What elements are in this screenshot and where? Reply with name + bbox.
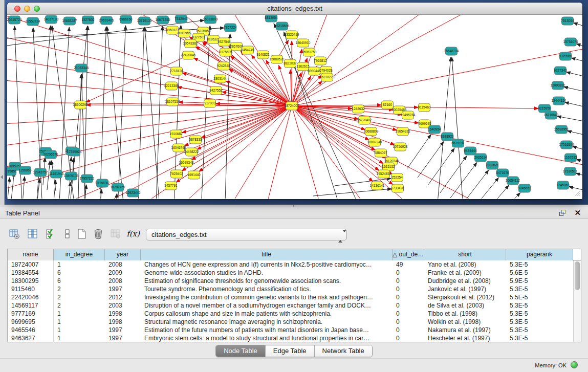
graph-node-yellow[interactable]: 9242848 (217, 62, 230, 70)
graph-edge[interactable] (68, 182, 71, 199)
tab-edge-table[interactable]: Edge Table (266, 345, 315, 357)
column-header-year[interactable]: year (105, 249, 141, 260)
graph-edge[interactable] (292, 105, 381, 106)
scrollbar-thumb[interactable] (575, 261, 580, 290)
graph-node-yellow[interactable]: 16961758 (302, 48, 317, 56)
table-row[interactable]: 969969511998Structural magnetic resonanc… (8, 318, 581, 326)
graph-node-teal[interactable]: 16648784 (444, 47, 459, 55)
graph-node-teal[interactable]: 1167533 (564, 154, 577, 162)
graph-node-yellow[interactable]: 18724007 (285, 102, 299, 110)
delete-column-button[interactable] (91, 227, 105, 241)
graph-edge[interactable] (145, 27, 161, 199)
graph-node-teal[interactable]: 8813054 (265, 15, 278, 22)
table-row[interactable]: 911546021997Tourette syndrome. Phenomeno… (8, 285, 581, 293)
graph-node-teal[interactable]: 12093832 (551, 81, 565, 90)
table-row[interactable]: 946554611997Estimation of the future num… (8, 326, 581, 334)
graph-node-teal[interactable]: 19218596 (275, 22, 290, 30)
graph-node-yellow[interactable]: 2718120 (170, 67, 183, 75)
graph-edge[interactable] (450, 163, 477, 198)
table-row[interactable]: 946362711997Embryonic stem cells: a mode… (8, 334, 581, 342)
column-header-short[interactable]: short (424, 249, 506, 260)
graph-edge[interactable] (568, 131, 582, 139)
graph-node-teal[interactable]: 6679197 (451, 139, 465, 147)
graph-node-yellow[interactable]: 7955812 (314, 57, 327, 65)
graph-edge[interactable] (222, 106, 292, 199)
graph-node-yellow[interactable]: 9327548 (217, 38, 231, 46)
graph-node-yellow[interactable]: 18640910 (296, 39, 311, 47)
graph-edge[interactable] (472, 178, 498, 199)
graph-edge[interactable] (407, 135, 431, 168)
graph-node-teal[interactable]: 15692951 (554, 125, 569, 134)
graph-node-yellow[interactable]: 19495764 (401, 111, 416, 119)
graph-node-teal[interactable]: 2935114 (474, 154, 487, 162)
graph-node-yellow[interactable]: 15688520 (270, 55, 285, 63)
tab-network-table[interactable]: Network Table (315, 345, 372, 357)
graph-node-yellow[interactable]: 8912955 (178, 29, 191, 37)
graph-edge[interactable] (70, 157, 71, 185)
graph-node-teal[interactable]: 17359924 (67, 148, 82, 156)
graph-node-yellow[interactable]: 8427552 (209, 86, 223, 95)
graph-edge[interactable] (274, 24, 365, 199)
graph-edge[interactable] (292, 15, 335, 106)
graph-node-teal[interactable]: 9329966 (559, 52, 572, 60)
graph-node-teal[interactable]: 21053346 (74, 64, 89, 72)
graph-edge[interactable] (23, 177, 25, 199)
graph-edge[interactable] (567, 72, 582, 80)
row-height-button[interactable] (60, 227, 75, 241)
graph-node-teal[interactable]: 1156869 (19, 166, 32, 174)
graph-node-teal[interactable]: 11451943 (49, 170, 64, 178)
graph-node-yellow[interactable]: 7625402 (170, 170, 183, 178)
node-table[interactable]: namein_degreeyeartitle△ out_de…shortpage… (7, 249, 581, 342)
graph-node-yellow[interactable]: 9884067 (374, 149, 387, 157)
graph-node-yellow[interactable]: 9146821 (256, 51, 270, 59)
graph-node-yellow[interactable]: 8822037 (284, 59, 297, 68)
table-mode-button[interactable] (7, 227, 21, 241)
tab-node-table[interactable]: Node Table (216, 345, 266, 357)
graph-node-yellow[interactable]: 13325419 (285, 31, 299, 39)
graph-node-teal[interactable]: 20355724 (7, 16, 22, 24)
graph-node-teal[interactable]: 16033809 (203, 15, 218, 24)
graph-node-yellow[interactable]: 16210223 (320, 73, 335, 81)
float-panel-icon[interactable] (559, 210, 567, 216)
select-rows-button[interactable] (44, 227, 58, 241)
show-columns-button[interactable] (26, 227, 40, 241)
graph-node-teal[interactable]: 1527602 (81, 16, 95, 24)
graph-node-yellow[interactable]: 8960123 (166, 26, 179, 34)
table-row[interactable]: 1456911722003Disruption of a novel membe… (8, 301, 581, 310)
graph-node-yellow[interactable]: 10688809 (364, 127, 379, 136)
graph-node-teal[interactable]: 17957222 (80, 174, 95, 183)
graph-node-yellow[interactable]: 18300295 (73, 101, 88, 109)
graph-edge[interactable] (576, 173, 582, 181)
graph-node-yellow[interactable]: 14136141 (370, 182, 385, 190)
window-resize-grip[interactable] (574, 190, 581, 197)
graph-edge[interactable] (573, 146, 582, 154)
function-builder-button[interactable]: f(x) (126, 227, 140, 241)
graph-node-teal[interactable]: 20206576 (43, 150, 58, 159)
table-select-dropdown[interactable]: citations_edges.txt (146, 229, 347, 240)
graph-node-yellow[interactable]: 8454749 (241, 46, 254, 54)
graph-edge[interactable] (573, 23, 582, 31)
graph-node-yellow[interactable]: 14498222 (184, 148, 199, 156)
graph-edge[interactable] (263, 106, 292, 199)
graph-edge[interactable] (7, 106, 292, 148)
graph-node-teal[interactable]: 16210643 (544, 111, 559, 119)
graph-node-yellow[interactable]: 12213389 (164, 82, 179, 90)
graph-node-yellow[interactable]: 19524851 (377, 170, 391, 178)
graph-edge[interactable] (565, 102, 582, 111)
graph-node-yellow[interactable]: 9457791 (164, 182, 178, 190)
close-panel-icon[interactable]: ✕ (574, 209, 581, 217)
graph-node-teal[interactable]: 7513054 (561, 17, 574, 25)
graph-node-teal[interactable]: 15751074 (563, 38, 578, 46)
graph-node-yellow[interactable]: 1733426 (391, 184, 404, 192)
graph-node-teal[interactable]: 1640954 (428, 125, 441, 134)
graph-edge[interactable] (572, 58, 582, 66)
graph-node-teal[interactable]: 1245069 (556, 181, 570, 189)
network-canvas[interactable]: 1872400789601238912955152260589327503818… (7, 15, 582, 199)
graph-edge[interactable] (440, 156, 467, 193)
graph-node-yellow[interactable]: 2803144 (213, 75, 227, 83)
graph-node-teal[interactable]: 3915851 (7, 167, 17, 176)
memory-status-icon[interactable] (571, 361, 578, 368)
graph-node-yellow[interactable]: 8990448 (308, 67, 321, 75)
graph-node-yellow[interactable]: 22420046 (181, 51, 196, 59)
graph-node-teal[interactable]: 7857224 (224, 24, 237, 32)
